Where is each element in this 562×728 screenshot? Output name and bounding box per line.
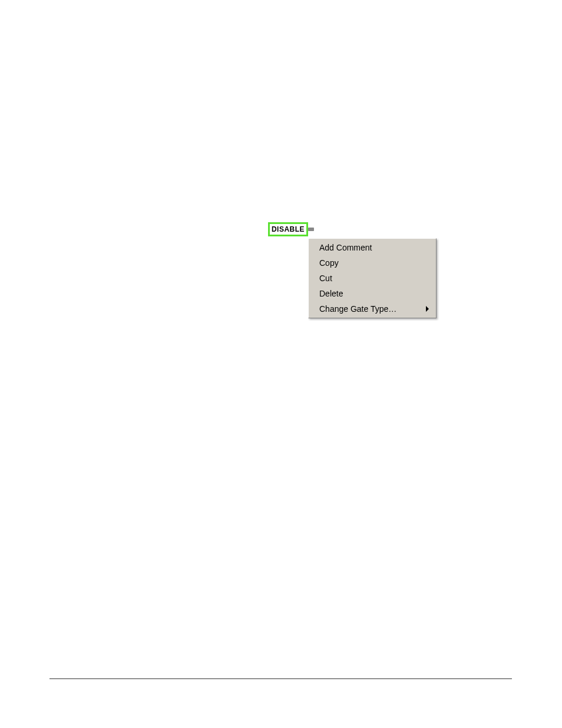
menu-item-label: Change Gate Type… — [319, 304, 429, 314]
menu-item-label: Delete — [319, 289, 429, 298]
gate-output-pin[interactable] — [308, 228, 314, 231]
menu-item-label: Add Comment — [319, 243, 429, 252]
page-footer-divider — [49, 678, 512, 679]
disable-gate-node[interactable]: DISABLE — [268, 222, 308, 236]
menu-item-delete[interactable]: Delete — [310, 286, 435, 301]
menu-item-cut[interactable]: Cut — [310, 271, 435, 286]
submenu-arrow-icon — [426, 306, 429, 312]
menu-item-label: Cut — [319, 274, 429, 283]
menu-item-add-comment[interactable]: Add Comment — [310, 240, 435, 255]
menu-item-label: Copy — [319, 258, 429, 268]
menu-item-copy[interactable]: Copy — [310, 255, 435, 271]
gate-node-label: DISABLE — [272, 225, 305, 233]
context-menu: Add Comment Copy Cut Delete Change Gate … — [308, 238, 437, 318]
diagram-canvas: DISABLE Add Comment Copy Cut Delete Chan… — [268, 216, 444, 325]
menu-item-change-gate-type[interactable]: Change Gate Type… — [310, 301, 435, 317]
